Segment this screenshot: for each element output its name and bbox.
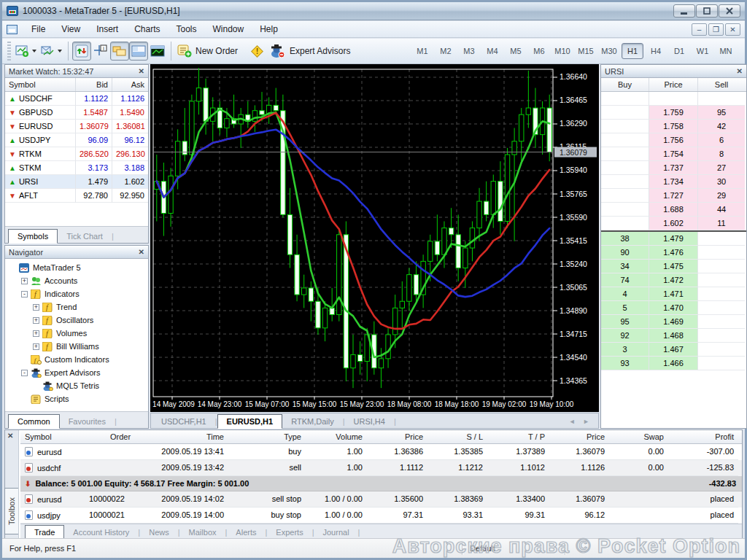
collapse-icon[interactable]: - xyxy=(21,370,28,376)
tab-symbols[interactable]: Symbols xyxy=(8,229,58,244)
minimize-button[interactable] xyxy=(673,4,695,18)
navigator-item-volumes[interactable]: +fVolumes xyxy=(7,327,147,340)
chart-tab-scroll-arrows[interactable]: ◄ ► xyxy=(569,418,597,428)
timeframe-button-m4[interactable]: M4 xyxy=(481,43,503,59)
dom-sell-row[interactable]: 1.68844 xyxy=(601,203,746,217)
timeframe-button-m3[interactable]: M3 xyxy=(458,43,480,59)
navigator-toggle-button[interactable] xyxy=(110,42,129,61)
tab-tick-chart[interactable]: Tick Chart xyxy=(58,230,112,243)
navigator-close-icon[interactable]: ✕ xyxy=(139,248,144,256)
dom-empty-row[interactable] xyxy=(601,92,746,106)
dom-sell-row[interactable]: 1.75842 xyxy=(601,120,746,133)
toolbox-order-row[interactable]: usdchf2009.05.19 13:42sell1.001.11121.12… xyxy=(20,460,742,476)
toolbox-tab-alerts[interactable]: Alerts xyxy=(227,526,265,539)
market-watch-row[interactable]: ▼GBPUSD1.54871.5490 xyxy=(5,106,148,120)
menu-item-charts[interactable]: Charts xyxy=(126,22,168,36)
restore-button[interactable] xyxy=(696,4,718,18)
navigator-item-indicators[interactable]: -fIndicators xyxy=(7,287,147,300)
dom-buy-row[interactable]: 921.468 xyxy=(601,329,746,343)
chart-window-button[interactable] xyxy=(148,42,167,61)
dom-buy-row[interactable]: 51.470 xyxy=(601,301,746,315)
toolbox-tab-trade[interactable]: Trade xyxy=(25,525,64,540)
toolbox-tab-mailbox[interactable]: Mailbox xyxy=(180,526,225,539)
toolbox-tab-account-history[interactable]: Account History xyxy=(64,526,138,539)
menu-item-view[interactable]: View xyxy=(53,22,88,36)
close-button[interactable] xyxy=(719,4,740,18)
toolbox-order-row[interactable]: eurusd2009.05.19 13:41buy1.001.363861.35… xyxy=(20,444,742,460)
chart-close-button[interactable]: ✕ xyxy=(725,23,740,36)
dom-buy-row[interactable]: 381.479 xyxy=(601,232,746,246)
market-watch-row[interactable]: ▼RTKM286.520296.130 xyxy=(5,147,148,161)
menu-item-help[interactable]: Help xyxy=(252,22,286,36)
warning-diamond-icon[interactable]: ! xyxy=(246,42,268,61)
navigator-item-custom-indicators[interactable]: fCustom Indicators xyxy=(7,353,147,366)
dom-buy-row[interactable]: 31.467 xyxy=(601,343,746,357)
toolbox-balance-row[interactable]: ⬇Balance: 5 001.00 Equity: 4 568.17 Free… xyxy=(20,476,742,491)
profiles-button[interactable] xyxy=(39,42,64,61)
timeframe-button-m30[interactable]: M30 xyxy=(598,43,620,59)
new-order-button[interactable]: New Order xyxy=(175,42,246,61)
tab-common[interactable]: Common xyxy=(8,414,60,429)
dom-sell-row[interactable]: 1.73430 xyxy=(601,175,746,189)
dom-sell-row[interactable]: 1.75995 xyxy=(601,106,746,120)
toolbox-vertical-tab[interactable]: Toolbox xyxy=(4,488,18,534)
chart-tab-eurusd-h1[interactable]: EURUSD,H1 xyxy=(217,414,283,429)
timeframe-button-d1[interactable]: D1 xyxy=(668,43,690,59)
new-order-label[interactable]: New Order xyxy=(196,46,238,56)
chart-tab-ursi-h4[interactable]: URSI,H4 xyxy=(345,415,394,428)
toolbox-tab-experts[interactable]: Experts xyxy=(267,526,311,539)
status-profile[interactable]: Default xyxy=(462,539,565,558)
dom-buy-row[interactable]: 341.475 xyxy=(601,260,746,273)
data-window-button[interactable]: i xyxy=(91,42,110,61)
timeframe-button-m10[interactable]: M10 xyxy=(551,43,573,59)
expand-icon[interactable]: + xyxy=(33,330,39,337)
dom-sell-row[interactable]: 1.60211 xyxy=(601,217,746,230)
menu-item-file[interactable]: File xyxy=(23,22,53,36)
chart-area[interactable]: 1.366401.364651.362901.361151.359401.357… xyxy=(150,64,599,412)
chart-tab-usdchf-h1[interactable]: USDCHF,H1 xyxy=(152,415,215,428)
market-watch-row[interactable]: ▼AFLT92.78092.950 xyxy=(5,189,148,203)
toolbox-order-row[interactable]: usdjpy100000212009.05.19 14:00buy stop1.… xyxy=(20,508,742,525)
timeframe-button-m6[interactable]: M6 xyxy=(528,43,550,59)
dom-buy-row[interactable]: 741.472 xyxy=(601,273,746,287)
expand-icon[interactable]: + xyxy=(21,278,28,284)
timeframe-button-m2[interactable]: M2 xyxy=(435,43,457,59)
chart-restore-button[interactable]: ❐ xyxy=(708,23,724,36)
toolbox-tab-news[interactable]: News xyxy=(140,526,178,539)
expert-advisors-label[interactable]: Expert Advisors xyxy=(290,46,350,56)
timeframe-button-h1[interactable]: H1 xyxy=(622,43,643,59)
expand-icon[interactable]: + xyxy=(33,304,39,311)
menu-item-tools[interactable]: Tools xyxy=(169,22,205,36)
dom-sell-row[interactable]: 1.7566 xyxy=(601,133,746,147)
toolbox-tab-journal[interactable]: Journal xyxy=(314,526,358,539)
market-watch-row[interactable]: ▲STKM3.1733.188 xyxy=(5,161,148,175)
menu-item-window[interactable]: Window xyxy=(205,22,252,36)
dom-buy-row[interactable]: 931.466 xyxy=(601,357,746,370)
expand-icon[interactable]: + xyxy=(33,317,39,324)
market-watch-row[interactable]: ▲URSI1.4791.602 xyxy=(5,175,148,189)
toolbox-order-row[interactable]: eurusd100000222009.05.19 14:02sell stop1… xyxy=(20,491,742,508)
menu-item-insert[interactable]: Insert xyxy=(88,22,126,36)
market-watch-close-icon[interactable]: ✕ xyxy=(139,67,144,75)
dom-close-icon[interactable]: ✕ xyxy=(737,67,743,75)
dom-buy-row[interactable]: 951.469 xyxy=(601,315,746,329)
dom-sell-row[interactable]: 1.7548 xyxy=(601,147,746,161)
navigator-item-scripts[interactable]: Scripts xyxy=(7,392,147,405)
navigator-item-trend[interactable]: +fTrend xyxy=(7,300,147,314)
toolbox-toggle-button[interactable] xyxy=(129,42,148,61)
dom-buy-row[interactable]: 41.471 xyxy=(601,287,746,301)
new-chart-dropdown-icon[interactable] xyxy=(32,50,36,52)
navigator-item-mql5-tetris[interactable]: MQL5 Tetris xyxy=(7,379,147,392)
navigator-item-bill-williams[interactable]: +fBill Williams xyxy=(7,340,147,353)
navigator-item-oscillators[interactable]: +fOscillators xyxy=(7,314,147,327)
timeframe-button-h4[interactable]: H4 xyxy=(645,43,667,59)
timeframe-button-w1[interactable]: W1 xyxy=(692,43,713,59)
navigator-item-accounts[interactable]: +Accounts xyxy=(7,274,147,287)
collapse-icon[interactable]: - xyxy=(21,291,28,298)
market-watch-row[interactable]: ▼EURUSD1.360791.36081 xyxy=(5,120,148,133)
timeframe-button-mn[interactable]: MN xyxy=(715,43,737,59)
chart-tab-rtkm-daily[interactable]: RTKM,Daily xyxy=(282,415,342,428)
new-chart-button[interactable] xyxy=(13,42,39,61)
dom-sell-row[interactable]: 1.73727 xyxy=(601,161,746,175)
market-watch-toggle-button[interactable] xyxy=(72,42,91,61)
